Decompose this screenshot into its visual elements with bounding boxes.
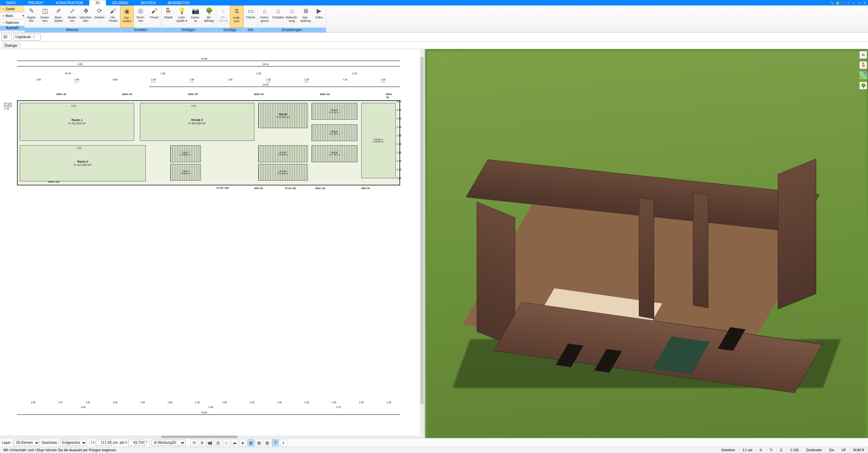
menu-datei[interactable]: DATEI [0,0,22,5]
menu-gelaende[interactable]: GELÄNDE [106,0,135,5]
bottom-tool-2[interactable]: 📹 [207,439,214,446]
room-1[interactable]: Raum 1F=41,310 m² 8.10 [20,103,134,141]
bottom-tool-6[interactable]: ◈ [239,439,246,446]
zuweisen-button[interactable]: ◫Zuwei- sen [38,5,52,28]
dim-top-1: 18.10 [262,63,269,65]
beleuchtung-icon: ⌂ [288,7,296,15]
dim-value: 1.48 [31,401,35,404]
kamera-button[interactable]: 📷Kame- ra [189,5,202,28]
bottom-tool-9[interactable]: ▦ [264,439,271,446]
vtool-furniture[interactable]: 🪑 [859,61,867,69]
dim-mid-width: 16.50 [262,84,269,86]
menu-bearbeiten[interactable]: BEARBEITEN [162,0,195,5]
room-10[interactable]: RAUMF=7,105 m² [312,145,358,162]
tool-icon[interactable]: 🔧 [830,1,834,5]
3d-view-pane[interactable] [425,49,868,439]
bottom-tool-0[interactable]: ◔ [190,439,197,446]
vtool-plants[interactable]: 🌳 [859,82,867,89]
terrain-dropdown[interactable]: Urgelände▾ [14,34,41,41]
room-2[interactable]: Raum 2F=47,430 m² 9.30 [20,145,146,181]
geschoss-select[interactable]: Erdgeschos [60,440,87,446]
status-selektion: Selektion [718,447,739,453]
layers-icon[interactable]: ▦ [835,1,839,5]
bottom-tool-8[interactable]: ▦ [256,439,263,446]
vertical-scrollbar[interactable] [420,49,424,435]
bottom-tool-5[interactable]: ⛰ [231,439,238,446]
mode-select[interactable]: dl (Richtung/Di [152,440,186,446]
dim-value: 1.50 [228,78,233,81]
dim-right: 2.40 [397,143,401,145]
abgreifen-label: Abgrei- fen [26,16,36,22]
fullscreen-icon[interactable]: ⛶ [841,1,845,5]
dim-value: 1.97 [58,401,63,404]
room-6[interactable]: RAUMF=6,909 m² [258,145,308,162]
3dbitmap-button[interactable]: 🌳3D- Bitmap [202,5,216,28]
bottom-tool-10[interactable]: Ⓝ [272,439,279,446]
window-controls: 🔧 ▦ ⛶ ? – □ × [830,0,868,5]
abgreifen-button[interactable]: ✎Abgrei- fen [25,5,38,28]
drehen-button[interactable]: ⟳Drehen [93,5,106,28]
brh-label: BRH 50 [320,93,330,96]
minimize-icon[interactable]: – [852,1,856,5]
bottom-tool-1[interactable]: 🖥 [199,439,205,446]
bottom-tool-11[interactable]: ℹ [280,439,287,446]
phi-input[interactable] [128,440,145,446]
room-9[interactable]: RAUMF=7,105 m² [312,124,358,141]
stall-1[interactable]: Stall 1F=6,860 m² [170,145,201,162]
menu-sichten[interactable]: SICHTEN [135,0,162,5]
kollision-button[interactable]: ⇅Kolli- sion [230,5,243,28]
view-mode-dropdown[interactable]: 3D [1,34,12,41]
vtool-materials[interactable]: ▦ [859,72,867,79]
beleuchtung-button[interactable]: ⌂Beleuch- tung [285,5,299,28]
pinsel-button[interactable]: 🖌Pinsel [147,5,161,28]
bearbeiten-button[interactable]: ✐Bear- beiten [52,5,65,28]
darstellen-label: Dar- stellen [123,16,131,23]
schatten-button[interactable]: ⌂Schatten [271,5,285,28]
darstellung-button[interactable]: 🖥Dar- stellung [299,5,312,28]
room-7[interactable]: RAUMF=6,860 m² [258,164,308,181]
help-icon[interactable]: ? [846,1,850,5]
room-8[interactable]: RAUMF=7,105 m² [312,103,358,120]
vtool-layers[interactable]: ≋ [859,51,867,59]
optionen-button[interactable]: +Optionen [0,19,24,26]
dim-right: 2.40 [397,126,401,128]
room-4[interactable]: RAUMF=14,231 m² [258,103,308,128]
rechnen-button[interactable]: ◎Rech- nen [134,5,147,28]
3d-scene[interactable] [427,51,866,437]
length-input[interactable] [96,440,112,446]
selekt-button[interactable]: ↖Selekt [0,6,24,12]
menu-3d[interactable]: 3D [89,0,106,5]
flaeche-button[interactable]: ▭Fläche [244,5,257,28]
layer-select[interactable]: 2D-Elemen [14,440,40,446]
status-y: Y: [767,447,777,453]
bottom-tool-3[interactable]: ▥ [215,439,222,446]
video-button[interactable]: ▶Video [312,5,326,28]
floorplan: 25.00 8.50 18.10 15.452.802.502.25 2.502… [7,59,414,416]
skalieren-button[interactable]: ⤢Skalie- ren [65,5,79,28]
floorplan-pane[interactable]: 25.00 8.50 18.10 15.452.802.502.25 2.502… [0,49,425,439]
room-11[interactable]: RAUM 9F=23,860 m² [361,103,396,178]
objekt-button[interactable]: 🪑Objekt [161,5,175,28]
bottom-tool-7[interactable]: ▦ [248,439,254,446]
hintergrund-button[interactable]: ⌂Hinter- grund [258,5,271,28]
verschieben-button[interactable]: ✥Verschie- ben [79,5,93,28]
mark-button[interactable]: ✦Mark.▾ [0,13,24,19]
brh-label: BRH 50 [386,93,394,99]
hintergrund-label: Hinter- grund [260,16,269,22]
bottom-tool-4[interactable]: ◇ [223,439,230,446]
room-3[interactable]: RAUM 3F=50,530 m² 6.95 [140,103,254,141]
dim-left-1: 2.20 [4,107,10,110]
lichtquelle-button[interactable]: 💡Licht- quelle ▾ [175,5,189,28]
darstellung-icon: 🖥 [301,7,310,15]
3dschnitt-label: 3D- Schnitt [218,16,228,22]
objekt-icon: 🪑 [164,7,172,15]
zuweisen-icon: ◫ [41,7,49,15]
darstellen-button[interactable]: ◉Dar- stellen [120,5,134,28]
hinpinsel-button[interactable]: 🖌Hin. Pinsel [106,5,120,28]
menu-konstruktion[interactable]: KONSTRUKTION [50,0,89,5]
dim-value: 1.10 [250,401,254,404]
menu-projekt[interactable]: PROJEKT [22,0,50,5]
maximize-icon[interactable]: □ [857,1,861,5]
close-icon[interactable]: × [863,1,867,5]
stall-2[interactable]: Stall 2F=6,860 m² [170,164,201,181]
